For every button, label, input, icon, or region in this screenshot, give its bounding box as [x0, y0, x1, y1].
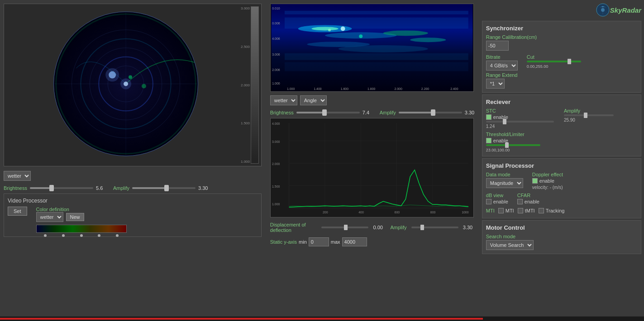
receiver-two-col: STC enable 1.24 Amplify 25.90	[486, 108, 637, 129]
svg-point-31	[328, 28, 331, 31]
color-bar	[36, 225, 127, 233]
motor-control-title: Motor Control	[486, 224, 637, 231]
cut-slider[interactable]	[527, 61, 581, 62]
svg-text:600: 600	[394, 211, 400, 214]
range-cal-input[interactable]	[486, 41, 509, 51]
stc-enable-checkbox[interactable]	[486, 114, 491, 120]
range-extend-dropdown[interactable]: *1 *2 *4	[486, 79, 505, 89]
tracking-checkbox-row: Tracking	[539, 208, 565, 213]
color-dot-2[interactable]	[62, 234, 65, 237]
color-dot-4[interactable]	[98, 234, 100, 237]
svg-text:2.000: 2.000	[394, 87, 402, 90]
displacement-value: 0.00	[373, 225, 386, 230]
svg-point-30	[340, 26, 345, 31]
threshold-slider[interactable]	[486, 144, 540, 146]
static-y-axis-row: Static y-axis min max	[270, 237, 476, 246]
svg-point-17	[120, 79, 131, 90]
cfar-enable-label: enable	[525, 199, 539, 204]
middle-panel: 0.010 0.006 4.006 3.006 2.006 1.000 1.00…	[267, 0, 479, 316]
radar-svg	[4, 4, 261, 166]
mid-amplify-slider[interactable]	[399, 112, 462, 113]
tracking-text: Tracking	[546, 208, 565, 213]
brightness-slider[interactable]	[30, 187, 93, 189]
brightness-group: Brightness 5.6	[4, 185, 109, 191]
svg-point-22	[311, 27, 338, 30]
svg-text:1.800: 1.800	[367, 87, 375, 90]
cut-value: 0.00,255.00	[527, 64, 549, 69]
right-panel: SkyRadar Synchronizer Range Calilbration…	[479, 0, 644, 316]
receiver-title: Reciever	[486, 99, 637, 105]
static-y-label: Static y-axis	[270, 239, 297, 245]
mid-brightness-group: Brightness 7.4	[270, 110, 375, 115]
static-y-min-input[interactable]	[309, 237, 329, 246]
radar-container: 3.000 2.500 2.000 1.500 1.000	[4, 4, 262, 166]
svg-text:2.006: 2.006	[272, 68, 280, 71]
brightness-value: 5.6	[96, 185, 109, 191]
stc-slider[interactable]	[486, 121, 554, 123]
signal-chart-container: 4.000 3.000 2.000 1.500 1.000 200 400 60…	[270, 118, 474, 217]
range-cal-label: Range Calilbration(cm)	[486, 34, 637, 40]
mti-checkbox[interactable]	[498, 208, 504, 213]
wetter-dropdown-mid[interactable]: wetter	[270, 95, 297, 105]
bitrate-group: Bitrate 4 GBit/s 2 GBit/s 1 GBit/s	[486, 54, 518, 71]
static-y-max-input[interactable]	[342, 237, 367, 246]
svg-text:1.500: 1.500	[272, 185, 280, 188]
doppler-velocity: velocity: - (m/s)	[532, 185, 563, 190]
amplify-label: Amplify	[113, 185, 129, 191]
bitrate-label: Bitrate	[486, 54, 518, 60]
svg-text:1.600: 1.600	[340, 87, 348, 90]
svg-point-24	[383, 30, 428, 36]
doppler-label: Doppler effect	[532, 172, 563, 177]
tracking-checkbox[interactable]	[539, 208, 544, 213]
mid-brightness-slider[interactable]	[296, 112, 360, 113]
angle-dropdown[interactable]: Angle	[300, 95, 327, 105]
logo-area: SkyRadar	[482, 3, 641, 17]
svg-text:200: 200	[323, 211, 328, 214]
cfar-enable-checkbox[interactable]	[517, 199, 523, 204]
svg-text:400: 400	[358, 211, 364, 214]
new-button[interactable]: New	[66, 213, 84, 221]
threshold-enable-checkbox[interactable]	[486, 138, 491, 143]
mti-text: MTI	[506, 208, 514, 213]
motor-control-section: Motor Control Search mode Volume Search …	[482, 220, 641, 254]
signal-chart-svg: 4.000 3.000 2.000 1.500 1.000 200 400 60…	[271, 118, 473, 217]
amplify-slider[interactable]	[132, 187, 196, 189]
data-mode-row: Data mode Magnitude Phase IQ Doppler eff…	[486, 172, 637, 190]
brightness-label: Brightness	[4, 185, 27, 191]
svg-text:0.006: 0.006	[272, 22, 280, 25]
db-enable-checkbox[interactable]	[486, 199, 491, 204]
color-dot-1[interactable]	[44, 234, 47, 237]
color-dot-5[interactable]	[116, 234, 119, 237]
min-label: min	[299, 239, 307, 245]
logo-text: SkyRadar	[610, 6, 641, 14]
radar-wetter-dropdown[interactable]: wetter	[4, 171, 31, 181]
search-mode-dropdown[interactable]: Volume Search Sector Search	[486, 240, 534, 250]
receiver-amplify-label: Amplify	[564, 108, 637, 113]
threshold-label: Threshold/Limiter	[486, 132, 637, 137]
cut-label: Cut	[527, 54, 581, 60]
tmti-checkbox[interactable]	[518, 208, 523, 213]
signal-processor-title: Signal Processor	[486, 162, 637, 169]
db-cfar-row: dB view enable CFAR enable	[486, 193, 637, 205]
data-mode-dropdown[interactable]: Magnitude Phase IQ	[486, 178, 523, 188]
receiver-amplify-slider[interactable]	[564, 114, 614, 116]
amplify-col: Amplify 25.90	[564, 108, 637, 129]
cfar-enable-row: enable	[517, 199, 539, 204]
color-dropdown[interactable]: wetter	[36, 212, 63, 222]
doppler-enable-label: enable	[539, 178, 554, 184]
doppler-enable-row: enable	[532, 178, 563, 184]
max-label: max	[331, 239, 340, 245]
cfar-group: CFAR enable	[517, 193, 539, 205]
doppler-enable-checkbox[interactable]	[532, 178, 538, 184]
color-row: wetter New	[36, 212, 127, 222]
displacement-slider[interactable]	[321, 227, 368, 228]
disp-amplify-slider[interactable]	[411, 227, 458, 228]
bitrate-dropdown[interactable]: 4 GBit/s 2 GBit/s 1 GBit/s	[486, 61, 518, 71]
mid-brightness-label: Brightness	[270, 110, 294, 115]
brightness-amplify-row: Brightness 5.6 Amplify 3.30	[4, 185, 263, 191]
radar-dropdown-row: wetter	[4, 171, 263, 181]
set-button[interactable]: Set	[8, 207, 27, 216]
svg-rect-19	[285, 11, 468, 14]
scale-bar	[251, 6, 259, 164]
color-dot-3[interactable]	[80, 234, 83, 237]
